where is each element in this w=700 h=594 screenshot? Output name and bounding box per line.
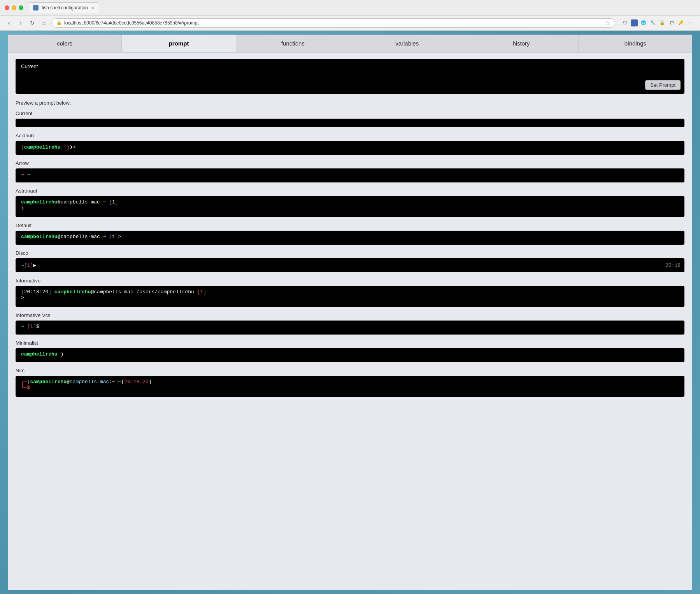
ext-icon-7[interactable]: 🔑 xyxy=(677,19,684,26)
info-bracket-open: [ xyxy=(21,289,24,295)
arrow-tilde: ~ xyxy=(27,172,30,177)
traffic-lights xyxy=(5,5,23,10)
disco-tilde: ~ xyxy=(21,263,24,268)
default-gt: > xyxy=(118,234,121,240)
ext-icon-2[interactable] xyxy=(631,19,638,26)
ext-icon-4[interactable]: 🔧 xyxy=(649,19,656,26)
ext-icon-3[interactable]: 🌐 xyxy=(640,19,647,26)
prompt-name-acidhub: Acidhub xyxy=(16,132,684,139)
prompt-preview-informative-vcs[interactable]: ~ [1]$ xyxy=(16,321,684,335)
ivcs-space xyxy=(24,324,27,329)
astronaut-num: 1 xyxy=(112,199,115,205)
acidhub-arrow: ❯ xyxy=(70,144,73,150)
minimalist-chevron: ) xyxy=(58,351,64,357)
default-host: @campbells-mac xyxy=(58,234,100,240)
tab-variables[interactable]: variables xyxy=(350,35,464,52)
nim-corner: ┌─ xyxy=(21,379,27,385)
current-section-label: Current xyxy=(21,63,679,69)
tab-functions[interactable]: functions xyxy=(236,35,350,52)
nim-time: 20:18:20 xyxy=(124,379,148,385)
prompt-name-arrow: Arrow xyxy=(16,159,684,167)
prompt-group-informative: Informative [20:18:20] campbellrehu@camp… xyxy=(16,277,684,307)
prompt-group-disco: Disco ~[1]▶ 20:18 xyxy=(16,249,684,272)
disco-time: 20:18 xyxy=(665,263,681,268)
nim-dash: ─ xyxy=(118,379,121,385)
browser-extensions: 🛡 🌐 🔧 🔒 🛡 🔑 ⋯ xyxy=(621,19,695,27)
extensions-menu-button[interactable]: ⋯ xyxy=(687,19,695,27)
browser-tab[interactable]: fish shell configuration ✕ xyxy=(28,2,99,13)
lock-icon: 🔒 xyxy=(56,20,62,25)
address-bar[interactable]: 🔒 localhost:8000/6e74a4dbe0cddc3556ac408… xyxy=(51,18,615,28)
prompt-name-astronaut: Astronaut xyxy=(16,187,684,194)
acidhub-tilde: ~ xyxy=(63,144,67,150)
fullscreen-window-button[interactable] xyxy=(19,5,23,10)
nim-host: campbells-mac xyxy=(70,379,109,385)
tab-prompt[interactable]: prompt xyxy=(122,35,236,52)
nim-time-bracket-close: ] xyxy=(149,379,152,385)
browser-chrome: fish shell configuration ✕ ‹ › ↻ ⌂ 🔒 loc… xyxy=(0,0,700,31)
acidhub-gt: > xyxy=(73,144,76,150)
prompt-preview-nim[interactable]: ┌─[campbellrehu@campbells-mac:~]─[20:18:… xyxy=(16,376,684,397)
astronaut-bracket-open: [ xyxy=(109,199,112,205)
prompt-group-minimalist: Minimalist campbellrehu ) xyxy=(16,339,684,362)
nav-tabs: colors prompt functions variables histor… xyxy=(8,35,692,53)
tab-bindings[interactable]: bindings xyxy=(579,35,692,52)
prompt-name-current: Current xyxy=(16,110,684,117)
prompt-group-default: Default campbellrehu@campbells-mac ~ [1]… xyxy=(16,222,684,245)
tab-history[interactable]: history xyxy=(464,35,578,52)
prompt-group-nim: Nim ┌─[campbellrehu@campbells-mac:~]─[20… xyxy=(16,367,684,397)
minimize-window-button[interactable] xyxy=(12,5,16,10)
prompt-name-default: Default xyxy=(16,222,684,229)
tab-title: fish shell configuration xyxy=(42,5,88,11)
ivcs-tilde: ~ xyxy=(21,324,24,329)
ext-icon-1[interactable]: 🛡 xyxy=(621,19,628,26)
browser-nav: ‹ › ↻ ⌂ 🔒 localhost:8000/6e74a4dbe0cddc3… xyxy=(0,16,700,30)
prompt-preview-current[interactable] xyxy=(16,119,684,127)
default-space1: ~ xyxy=(100,234,109,240)
ext-icon-6[interactable]: 🛡 xyxy=(668,19,675,26)
preview-label: Preview a prompt below: xyxy=(16,100,684,106)
page-container: colors prompt functions variables histor… xyxy=(8,35,692,590)
info-user: campbellrehu xyxy=(54,289,91,295)
tab-colors[interactable]: colors xyxy=(8,35,122,52)
ivcs-dollar: $ xyxy=(36,324,39,329)
nim-tilde: :~ xyxy=(109,379,115,385)
prompt-preview-default[interactable]: campbellrehu@campbells-mac ~ [1]> xyxy=(16,231,684,245)
nim-bottom: └─$ xyxy=(21,385,30,391)
default-bracket-open: [ xyxy=(109,234,112,240)
prompt-name-minimalist: Minimalist xyxy=(16,339,684,347)
default-user: campbellrehu xyxy=(21,234,58,240)
tab-bar: fish shell configuration ✕ xyxy=(28,2,695,13)
titlebar: fish shell configuration ✕ xyxy=(0,0,700,16)
info-time: 20:18:20 xyxy=(24,289,48,295)
tab-favicon-icon xyxy=(33,5,39,11)
arrow-space xyxy=(24,172,27,177)
astronaut-chevron: ❯ xyxy=(21,205,24,211)
home-button[interactable]: ⌂ xyxy=(40,19,48,27)
prompt-group-informative-vcs: Informative Vcs ~ [1]$ xyxy=(16,312,684,335)
prompt-group-current: Current xyxy=(16,110,684,127)
tab-close-icon[interactable]: ✕ xyxy=(91,6,94,10)
back-button[interactable]: ‹ xyxy=(5,19,13,27)
ext-icon-5[interactable]: 🔒 xyxy=(659,19,666,26)
content-area: Current Set Prompt Preview a prompt belo… xyxy=(8,53,692,408)
astronaut-space: ~ xyxy=(100,199,109,205)
prompt-preview-disco[interactable]: ~[1]▶ 20:18 xyxy=(16,258,684,272)
set-prompt-button[interactable]: Set Prompt xyxy=(645,80,681,90)
prompt-preview-astronaut[interactable]: campbellrehu@campbells-mac ~ [1] ❯ xyxy=(16,196,684,217)
prompt-preview-arrow[interactable]: → ~ xyxy=(16,168,684,182)
acidhub-paren-open: ( xyxy=(21,144,24,150)
prompt-preview-informative[interactable]: [20:18:20] campbellrehu@campbells-mac /U… xyxy=(16,286,684,307)
prompt-name-informative: Informative xyxy=(16,277,684,284)
nim-user: campbellrehu xyxy=(30,379,67,385)
astronaut-bracket-close: ] xyxy=(115,199,118,205)
refresh-button[interactable]: ↻ xyxy=(28,19,37,27)
forward-button[interactable]: › xyxy=(16,19,25,27)
prompt-preview-acidhub[interactable]: (campbellrehu|~)❯> xyxy=(16,141,684,155)
prompt-group-arrow: Arrow → ~ xyxy=(16,159,684,182)
disco-gt: ▶ xyxy=(33,263,36,268)
nim-at: @ xyxy=(67,379,70,385)
prompt-preview-minimalist[interactable]: campbellrehu ) xyxy=(16,348,684,362)
close-window-button[interactable] xyxy=(5,5,9,10)
prompt-name-nim: Nim xyxy=(16,367,684,374)
